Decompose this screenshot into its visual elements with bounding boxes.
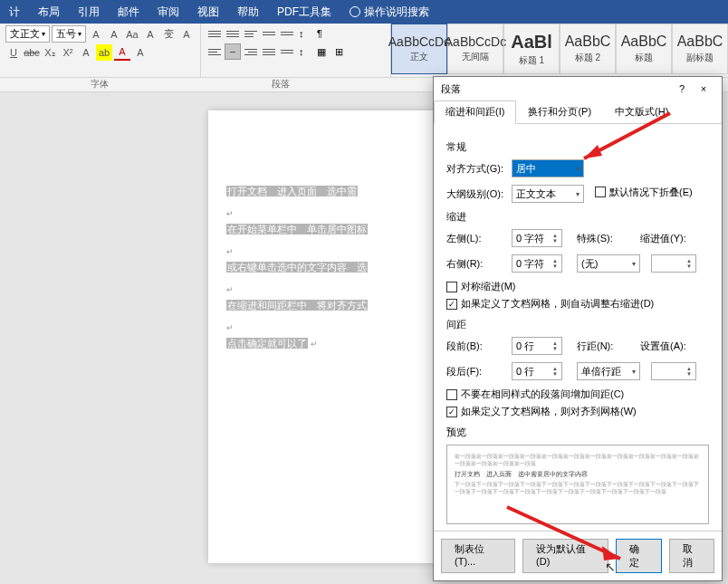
style-subtitle[interactable]: AaBbC副标题	[672, 24, 728, 74]
text-effect-button[interactable]: A	[78, 44, 94, 61]
outline-select[interactable]: 正文文本▾	[512, 185, 584, 203]
tell-me-search[interactable]: 操作说明搜索	[340, 5, 438, 20]
menu-help[interactable]: 帮助	[228, 5, 268, 20]
superscript-button[interactable]: X²	[60, 44, 76, 61]
auto-adjust-checkbox[interactable]: ✓	[446, 299, 457, 310]
show-marks-button[interactable]: ¶	[315, 25, 331, 42]
shrink-font-button[interactable]: A	[106, 26, 122, 43]
paragraph-group: ↕ ¶ ↕ ▦ ⊞	[200, 24, 355, 77]
annotation-arrow-2	[503, 503, 647, 575]
auto-adjust-label: 如果定义了文档网格，则自动调整右缩进(D)	[461, 297, 654, 311]
line-spacing-select[interactable]: 单倍行距▾	[577, 362, 640, 380]
multilevel-button[interactable]	[243, 25, 259, 42]
svg-marker-3	[602, 546, 620, 560]
collapse-label: 默认情况下折叠(E)	[609, 186, 693, 199]
menu-layout[interactable]: 布局	[29, 5, 69, 20]
distribute-button[interactable]	[279, 43, 295, 60]
menu-design[interactable]: 计	[0, 5, 29, 20]
snap-grid-label: 如果定义了文档网格，则对齐到网格(W)	[461, 405, 637, 418]
annotation-arrow-1	[570, 109, 679, 172]
alignment-label: 对齐方式(G):	[446, 162, 508, 176]
menu-review[interactable]: 审阅	[148, 5, 188, 20]
set-value-label: 设置值(A):	[640, 340, 694, 353]
menu-bar: 计 布局 引用 邮件 审阅 视图 帮助 PDF工具集 操作说明搜索	[0, 0, 728, 24]
font-family-select[interactable]: 文正文▾	[5, 25, 50, 43]
section-spacing: 间距	[446, 318, 709, 331]
close-button[interactable]: ×	[693, 83, 714, 94]
collapse-checkbox[interactable]	[595, 187, 606, 197]
font-group: 文正文▾ 五号▾ A A Aa A 变 A U abc X₂ X² A ab A…	[0, 24, 200, 77]
after-label: 段后(F):	[446, 365, 508, 378]
borders-button[interactable]: ⊞	[333, 43, 350, 60]
before-spinner[interactable]: 0 行▲▼	[512, 337, 562, 355]
left-indent-spinner[interactable]: 0 字符▲▼	[512, 229, 562, 247]
outline-label: 大纲级别(O):	[446, 187, 508, 201]
menu-mailings[interactable]: 邮件	[109, 5, 148, 20]
indent-value-label: 缩进值(Y):	[640, 232, 694, 245]
right-indent-label: 右侧(R):	[446, 257, 508, 271]
phonetic-button[interactable]: 变	[160, 26, 177, 43]
mirror-indent-checkbox[interactable]	[446, 282, 457, 292]
char-shading-button[interactable]: A	[132, 44, 148, 61]
style-heading2[interactable]: AaBbC标题 2	[560, 24, 616, 74]
section-preview: 预览	[446, 426, 709, 439]
bullets-button[interactable]	[206, 25, 223, 42]
document-content: 打开文档 进入页面 选中需 ↵ 在开始菜单栏中 单击居中图标 ↵ 或右键单击选中…	[208, 110, 462, 377]
ribbon: 文正文▾ 五号▾ A A Aa A 变 A U abc X₂ X² A ab A…	[0, 24, 728, 78]
special-select[interactable]: (无)▾	[577, 254, 640, 273]
after-spinner[interactable]: 0 行▲▼	[512, 362, 562, 380]
increase-indent-button[interactable]	[279, 25, 295, 42]
style-heading1[interactable]: AaBl标题 1	[503, 24, 560, 74]
style-no-spacing[interactable]: AaBbCcDc无间隔	[447, 24, 503, 74]
align-right-button[interactable]	[243, 43, 259, 60]
special-label: 特殊(S):	[577, 232, 622, 245]
menu-pdf-tools[interactable]: PDF工具集	[268, 5, 340, 20]
numbering-button[interactable]	[225, 25, 241, 42]
line-spacing-label: 行距(N):	[577, 340, 622, 353]
style-title[interactable]: AaBbC标题	[616, 24, 672, 74]
grow-font-button[interactable]: A	[88, 26, 104, 43]
align-center-button[interactable]	[225, 43, 241, 60]
section-indent: 缩进	[446, 210, 709, 224]
underline-button[interactable]: U	[5, 44, 22, 61]
decrease-indent-button[interactable]	[261, 25, 277, 42]
dialog-title: 段落	[441, 82, 671, 96]
style-normal[interactable]: AaBbCcDc正文	[391, 24, 447, 74]
styles-gallery: AaBbCcDc正文 AaBbCcDc无间隔 AaBl标题 1 AaBbC标题 …	[390, 24, 728, 77]
no-space-same-label: 不要在相同样式的段落间增加间距(C)	[461, 388, 624, 401]
shading-button[interactable]: ▦	[315, 43, 331, 60]
snap-grid-checkbox[interactable]: ✓	[446, 407, 457, 417]
search-hint-text: 操作说明搜索	[364, 5, 429, 20]
left-indent-label: 左侧(L):	[446, 232, 508, 245]
font-size-select[interactable]: 五号▾	[52, 25, 86, 43]
dialog-titlebar[interactable]: 段落 ? ×	[434, 77, 722, 101]
clear-format-button[interactable]: A	[142, 26, 158, 43]
no-space-same-checkbox[interactable]	[446, 389, 457, 400]
bulb-icon	[350, 6, 360, 17]
cursor-icon: ↖	[605, 560, 616, 574]
line-spacing-button[interactable]: ↕	[297, 43, 313, 60]
font-color-button[interactable]: A	[114, 44, 130, 61]
svg-marker-1	[584, 145, 602, 158]
strike-button[interactable]: abc	[24, 44, 40, 61]
subscript-button[interactable]: X₂	[42, 44, 58, 61]
highlight-button[interactable]: ab	[96, 44, 112, 61]
font-group-label: 字体	[0, 78, 199, 91]
justify-button[interactable]	[261, 43, 277, 60]
right-indent-spinner[interactable]: 0 字符▲▼	[512, 254, 562, 273]
cancel-button[interactable]: 取消	[669, 539, 714, 573]
tab-indent-spacing[interactable]: 缩进和间距(I)	[434, 101, 516, 124]
before-label: 段前(B):	[446, 340, 508, 353]
help-button[interactable]: ?	[671, 83, 693, 94]
sort-button[interactable]: ↕	[297, 25, 313, 42]
menu-references[interactable]: 引用	[69, 5, 109, 20]
document-page[interactable]: 打开文档 进入页面 选中需 ↵ 在开始菜单栏中 单击居中图标 ↵ 或右键单击选中…	[208, 110, 462, 563]
indent-value-spinner[interactable]: ▲▼	[651, 254, 696, 273]
paragraph-group-label: 段落	[199, 78, 362, 91]
char-border-button[interactable]: A	[178, 26, 195, 43]
set-value-spinner[interactable]: ▲▼	[651, 362, 696, 380]
mirror-indent-label: 对称缩进(M)	[461, 280, 516, 293]
menu-view[interactable]: 视图	[188, 5, 228, 20]
change-case-button[interactable]: Aa	[124, 26, 140, 43]
align-left-button[interactable]	[206, 43, 223, 60]
